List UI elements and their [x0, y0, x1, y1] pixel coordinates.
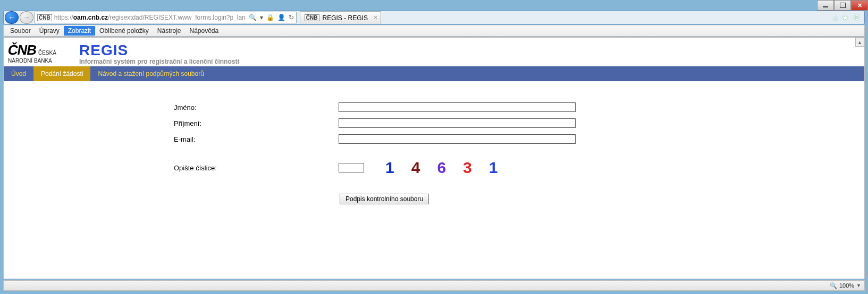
window-maximize-button[interactable]	[834, 0, 851, 11]
url-host: oam.cnb.cz	[73, 14, 108, 21]
ie-command-bar: ⌂ ★ ⚙	[833, 13, 863, 22]
url-path: /regisextdad/REGISEXT.www_forms.login?p_…	[108, 14, 246, 21]
zoom-control[interactable]: 🔍 100% ▼	[830, 282, 861, 289]
identity-icon[interactable]: 👤	[277, 14, 285, 21]
submit-button[interactable]: Podpis kontrolního souboru	[340, 194, 429, 204]
nav-home[interactable]: Úvod	[4, 66, 33, 81]
browser-tab[interactable]: ČNB REGIS - REGIS ×	[300, 11, 381, 24]
menu-favorites[interactable]: Oblíbené položky	[95, 26, 153, 36]
address-bar[interactable]: ČNB https:// oam.cnb.cz /regisextdad/REG…	[35, 12, 297, 23]
nav-request[interactable]: Podání žádosti	[33, 66, 90, 81]
forward-button[interactable]: →	[20, 11, 33, 24]
input-firstname[interactable]	[339, 102, 576, 112]
home-icon[interactable]: ⌂	[833, 13, 838, 22]
captcha-image: 14631	[385, 159, 505, 177]
label-email: E-mail:	[4, 135, 339, 143]
logo-line2: NÁRODNÍ BANKA	[8, 58, 72, 64]
page-viewport: ▲ ČNB ČESKÁ NÁRODNÍ BANKA REGIS Informač…	[3, 37, 865, 279]
captcha-digit-5: 1	[489, 159, 505, 177]
search-icon[interactable]: 🔍	[249, 14, 257, 21]
captcha-digit-3: 6	[437, 159, 453, 177]
url-scheme: https://	[54, 14, 73, 21]
tools-icon[interactable]: ⚙	[853, 13, 860, 22]
captcha-digit-1: 1	[385, 159, 402, 177]
refresh-icon[interactable]: ↻	[289, 14, 294, 21]
menu-file[interactable]: Soubor	[6, 26, 35, 36]
logo-line1: ČESKÁ	[38, 50, 56, 56]
window-minimize-button[interactable]	[817, 0, 834, 11]
input-email[interactable]	[339, 134, 576, 144]
tab-close-icon[interactable]: ×	[374, 14, 377, 21]
page-subtitle: Informační systém pro registrační a lice…	[79, 58, 239, 65]
nav-guide[interactable]: Návod a stažení podpůrných souborů	[90, 66, 211, 81]
zoom-icon: 🔍	[830, 282, 837, 289]
tab-favicon: ČNB	[305, 14, 319, 21]
label-captcha: Opište číslice:	[4, 164, 339, 172]
site-nav: Úvod Podání žádosti Návod a stažení podp…	[4, 66, 864, 81]
page-title: REGIS	[79, 42, 239, 59]
lock-icon: 🔒	[266, 14, 274, 21]
status-bar: 🔍 100% ▼	[3, 280, 865, 291]
label-firstname: Jméno:	[4, 103, 339, 111]
menu-edit[interactable]: Úpravy	[35, 26, 64, 36]
dropdown-icon[interactable]: ▾	[260, 14, 263, 21]
zoom-value: 100%	[839, 282, 854, 289]
input-lastname[interactable]	[339, 118, 576, 128]
menu-view[interactable]: Zobrazit	[64, 26, 95, 36]
favorites-icon[interactable]: ★	[842, 13, 849, 22]
menu-tools[interactable]: Nástroje	[153, 26, 186, 36]
captcha-digit-4: 3	[463, 159, 479, 177]
input-captcha[interactable]	[339, 163, 364, 172]
browser-menu-bar: Soubor Úpravy Zobrazit Oblíbené položky …	[3, 25, 865, 37]
label-lastname: Příjmení:	[4, 119, 339, 127]
browser-toolbar: ← → ČNB https:// oam.cnb.cz /regisextdad…	[3, 11, 865, 24]
tab-title: REGIS - REGIS	[323, 14, 368, 22]
zoom-dropdown-icon[interactable]: ▼	[856, 283, 861, 288]
site-identity-icon: ČNB	[37, 14, 52, 21]
logo-big: ČNB	[6, 42, 38, 58]
menu-help[interactable]: Nápověda	[186, 26, 223, 36]
window-close-button[interactable]	[851, 0, 868, 11]
cnb-logo: ČNB ČESKÁ NÁRODNÍ BANKA	[8, 42, 72, 64]
request-form: Jméno: Příjmení: E-mail: Opište číslice:…	[4, 81, 864, 204]
scroll-up-button[interactable]: ▲	[855, 38, 864, 47]
captcha-digit-2: 4	[411, 159, 428, 177]
back-button[interactable]: ←	[5, 11, 19, 24]
